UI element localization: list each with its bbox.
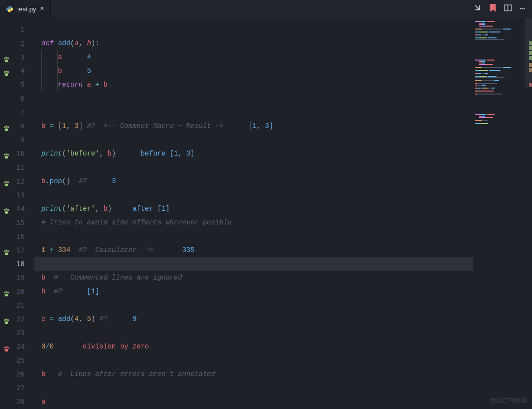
wolf-paw-icon bbox=[3, 178, 10, 185]
svg-point-33 bbox=[5, 294, 8, 297]
line-number: 3 bbox=[0, 50, 34, 64]
code-line[interactable] bbox=[34, 23, 473, 36]
svg-point-24 bbox=[7, 209, 9, 211]
line-number: 5 bbox=[0, 78, 34, 92]
line-number: 8 bbox=[0, 119, 34, 133]
line-number: 4 bbox=[0, 64, 34, 78]
svg-point-10 bbox=[4, 126, 6, 128]
code-line[interactable]: b # Commented lines are ignored bbox=[34, 271, 473, 284]
wolf-paw-icon bbox=[3, 288, 10, 295]
svg-point-29 bbox=[5, 252, 8, 255]
code-line[interactable]: b # Lines after errors aren't annotated bbox=[34, 367, 473, 381]
tab-actions: ⋯ bbox=[474, 4, 532, 14]
svg-point-15 bbox=[5, 153, 7, 155]
svg-point-26 bbox=[4, 251, 6, 252]
code-line[interactable]: c = add(4, 5) #? 9 bbox=[34, 312, 473, 326]
code-line[interactable] bbox=[34, 298, 473, 312]
svg-point-32 bbox=[7, 292, 9, 294]
svg-point-34 bbox=[4, 319, 6, 321]
editor: 1 2 3 4 5 6 7 8 9 10 11 12 13 14 15 16 1… bbox=[0, 18, 532, 409]
svg-point-40 bbox=[7, 347, 9, 349]
gutter: 1 2 3 4 5 6 7 8 9 10 11 12 13 14 15 16 1… bbox=[0, 18, 34, 409]
svg-point-22 bbox=[4, 209, 6, 211]
code-line[interactable] bbox=[34, 92, 473, 105]
wolf-paw-icon bbox=[3, 247, 10, 253]
code-line[interactable]: a 4 bbox=[34, 50, 473, 64]
line-number: 9 bbox=[0, 133, 34, 147]
svg-point-9 bbox=[5, 73, 8, 76]
svg-point-30 bbox=[4, 292, 6, 294]
code-line[interactable]: b = [1, 3] #? <-- Comment Macro ~ Result… bbox=[34, 119, 473, 133]
svg-point-39 bbox=[5, 346, 7, 348]
code-line[interactable] bbox=[34, 353, 473, 367]
svg-point-27 bbox=[5, 250, 7, 252]
code-line[interactable] bbox=[34, 105, 473, 119]
code-line[interactable]: return a + b bbox=[34, 78, 473, 92]
more-icon[interactable]: ⋯ bbox=[520, 4, 525, 13]
wolf-paw-icon bbox=[3, 150, 10, 157]
editor-tab[interactable]: test.py × bbox=[0, 0, 51, 18]
bookmark-icon[interactable] bbox=[490, 4, 496, 14]
svg-point-13 bbox=[5, 128, 8, 131]
scrollbar-thumb[interactable] bbox=[525, 18, 532, 87]
line-number: 25 bbox=[0, 353, 34, 367]
svg-point-6 bbox=[4, 71, 6, 73]
code-line[interactable]: 1 + 334 #? Calculator -> 335 bbox=[34, 243, 473, 257]
svg-point-4 bbox=[7, 58, 9, 60]
line-number: 24 bbox=[0, 340, 34, 353]
line-number: 2 bbox=[0, 36, 34, 50]
code-line[interactable]: def add(a, b): bbox=[34, 36, 473, 50]
svg-point-2 bbox=[4, 58, 6, 60]
code-line[interactable] bbox=[34, 257, 473, 271]
minimap[interactable] bbox=[473, 18, 532, 409]
svg-point-36 bbox=[7, 319, 9, 321]
line-number: 23 bbox=[0, 326, 34, 340]
svg-point-38 bbox=[4, 347, 6, 349]
code-line[interactable]: b 5 bbox=[34, 64, 473, 78]
line-number: 16 bbox=[0, 229, 34, 243]
line-number: 17 bbox=[0, 243, 34, 257]
code-line[interactable]: # Tries to avoid side effects whrnever p… bbox=[34, 216, 473, 229]
svg-point-18 bbox=[4, 182, 6, 184]
code-line[interactable]: print('after', b) after [1] bbox=[34, 202, 473, 216]
code-line[interactable]: print('before', b) before [1, 3] bbox=[34, 147, 473, 160]
svg-point-14 bbox=[4, 154, 6, 156]
wolf-paw-icon bbox=[3, 315, 10, 322]
code-line[interactable] bbox=[34, 160, 473, 174]
svg-point-3 bbox=[5, 57, 7, 59]
code-line[interactable] bbox=[34, 188, 473, 202]
svg-point-17 bbox=[5, 156, 8, 159]
line-number: 21 bbox=[0, 298, 34, 312]
code-line[interactable]: b #? [1] bbox=[34, 284, 473, 298]
code-area[interactable]: def add(a, b): a 4 b 5 return a + b b = … bbox=[34, 18, 473, 409]
svg-point-19 bbox=[5, 181, 7, 183]
svg-point-21 bbox=[5, 184, 8, 187]
line-number: 18 bbox=[0, 257, 34, 271]
line-number: 7 bbox=[0, 105, 34, 119]
code-line[interactable] bbox=[34, 133, 473, 147]
wolf-paw-icon bbox=[3, 54, 10, 61]
line-number: 1 bbox=[0, 23, 34, 36]
code-line[interactable] bbox=[34, 229, 473, 243]
tab-filename: test.py bbox=[17, 5, 36, 13]
code-line[interactable]: a bbox=[34, 395, 473, 409]
line-number: 12 bbox=[0, 174, 34, 188]
close-icon[interactable]: × bbox=[40, 5, 44, 12]
svg-point-28 bbox=[7, 251, 9, 252]
code-line[interactable] bbox=[34, 326, 473, 340]
code-line[interactable] bbox=[34, 381, 473, 395]
wolf-paw-icon bbox=[3, 205, 10, 212]
svg-point-37 bbox=[5, 321, 8, 324]
svg-point-25 bbox=[5, 211, 8, 214]
split-editor-icon[interactable] bbox=[504, 4, 512, 14]
compare-changes-icon[interactable] bbox=[474, 4, 482, 14]
code-line[interactable]: 0/0 division by zero bbox=[34, 340, 473, 353]
svg-point-16 bbox=[7, 154, 9, 156]
wolf-paw-icon bbox=[3, 67, 10, 74]
svg-point-35 bbox=[5, 318, 7, 320]
line-number: 27 bbox=[0, 381, 34, 395]
wolf-paw-icon bbox=[3, 123, 10, 129]
line-number: 13 bbox=[0, 188, 34, 202]
svg-point-23 bbox=[5, 208, 7, 210]
code-line[interactable]: b.pop() #? 3 bbox=[34, 174, 473, 188]
